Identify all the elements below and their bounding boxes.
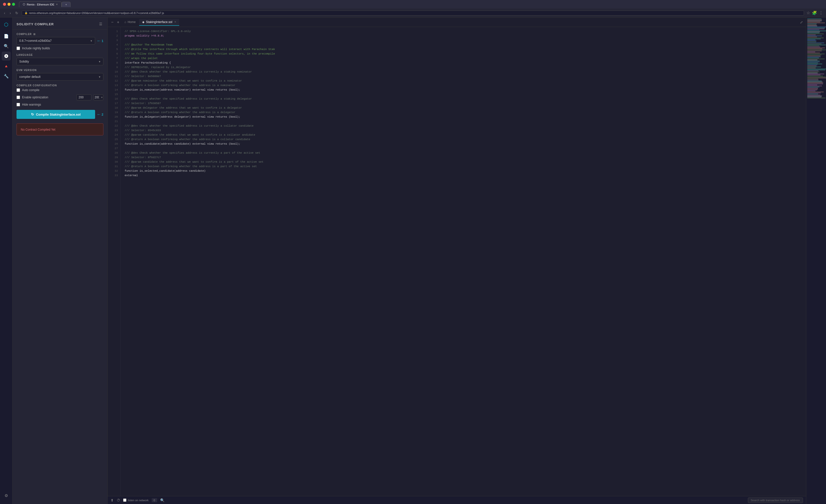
code-line: /// DEPRECATED, replaced by is_delegator	[125, 65, 802, 70]
minimap-line	[807, 76, 823, 76]
tab-staking-interface[interactable]: ◈ StakingInterface.sol ✕	[139, 19, 179, 26]
hide-warnings-checkbox[interactable]	[16, 103, 20, 106]
browser-tab-close[interactable]: ✕	[56, 3, 58, 6]
line-number: 4	[108, 43, 120, 47]
code-line: /// @return A boolean confirming whether…	[125, 83, 802, 87]
minimap-line	[807, 69, 826, 69]
forward-button[interactable]: ›	[9, 10, 12, 15]
minimap-line	[807, 24, 817, 25]
browser-tab-active[interactable]: ⬡ Remix - Ethereum IDE ✕	[19, 1, 62, 7]
browser-tab-new[interactable]: +	[62, 2, 71, 7]
annotation-2: ← 2	[97, 112, 103, 117]
search-box[interactable]: Search with transaction hash or address	[748, 498, 803, 503]
minimap	[806, 17, 826, 504]
minimap-line	[807, 85, 822, 86]
optimization-label: Enable optimization	[22, 96, 48, 99]
os-tab-bar: ⬡ Remix - Ethereum IDE ✕ +	[19, 1, 71, 7]
optimization-value-input[interactable]	[76, 94, 92, 100]
minimap-line	[807, 29, 820, 30]
zoom-in-button[interactable]: +	[115, 19, 121, 25]
minimap-line	[807, 63, 818, 63]
minimap-line	[807, 72, 820, 72]
minimap-line	[807, 34, 824, 34]
compiler-plus-icon[interactable]: ⊞	[33, 33, 36, 36]
compiler-section: COMPILER ⊞ 0.8.7+commit.e28d00a7 ▼ ← 1	[16, 33, 103, 50]
minimap-line	[807, 26, 826, 27]
minimap-line	[807, 21, 820, 22]
minimap-line	[807, 65, 818, 65]
expand-icon[interactable]: ⤢	[800, 20, 803, 24]
code-line	[125, 119, 802, 124]
code-line: /// @dev Check whether the specified add…	[125, 97, 802, 101]
minimap-line	[807, 74, 824, 74]
code-line: /// wraps the pallet	[125, 56, 802, 61]
line-number: 16	[108, 97, 120, 101]
config-label: COMPILER CONFIGURATION	[16, 84, 103, 87]
minimap-line	[807, 73, 818, 73]
minimap-line	[807, 67, 821, 67]
compile-button[interactable]: ↻ Compile StakingInterface.sol	[16, 110, 95, 119]
home-tab-label: Home	[128, 20, 136, 24]
scroll-bottom-icon[interactable]: ⏱	[117, 498, 120, 502]
language-select[interactable]: Solidity Yul	[16, 58, 103, 65]
minimap-line	[807, 30, 826, 31]
compiler-version-select[interactable]: 0.8.7+commit.e28d00a7	[16, 37, 95, 45]
line-number: 32	[108, 169, 120, 173]
compiler-icon[interactable]	[2, 52, 11, 61]
minimap-line	[807, 70, 825, 70]
sidebar-content: COMPILER ⊞ 0.8.7+commit.e28d00a7 ▼ ← 1	[12, 30, 107, 138]
file-tab-close[interactable]: ✕	[174, 20, 176, 23]
minimap-line	[807, 64, 822, 64]
minimap-line	[807, 71, 819, 71]
nightly-builds-checkbox[interactable]	[16, 47, 20, 50]
evm-select[interactable]: compiler default berlin istanbul byzanti…	[16, 73, 103, 80]
minimap-line	[807, 46, 819, 46]
editor-tabs: − + ⌂ Home ◈ StakingInterface.sol ✕ ⤢	[108, 17, 806, 27]
zoom-out-button[interactable]: −	[110, 19, 115, 25]
code-content[interactable]: // SPDX-License-Identifier: GPL-3.0-only…	[121, 27, 806, 496]
minimap-line	[807, 51, 822, 51]
back-button[interactable]: ‹	[3, 10, 6, 15]
bookmark-icon[interactable]: ☆	[807, 10, 810, 15]
optimization-checkbox[interactable]	[16, 96, 20, 99]
code-line	[125, 38, 802, 43]
refresh-button[interactable]: ↻	[14, 10, 19, 15]
lock-icon: 🔒	[24, 11, 27, 14]
settings-icon[interactable]: ⚙	[2, 491, 11, 500]
optimization-stepper[interactable]: 200	[94, 94, 103, 100]
minimap-line	[807, 48, 825, 48]
line-number: 21	[108, 119, 120, 124]
minimap-line	[807, 37, 817, 37]
sidebar-header: SOLIDITY COMPILER ☰	[12, 17, 107, 30]
sidebar: SOLIDITY COMPILER ☰ COMPILER ⊞ 0.8.7+com…	[12, 17, 108, 504]
line-numbers: 1234567891011121314151617181920212223242…	[108, 27, 121, 496]
plugin-icon[interactable]: 🔧	[2, 72, 11, 80]
minimap-line	[807, 47, 820, 47]
code-line: /// Selector: 8545c833	[125, 128, 802, 133]
config-section: COMPILER CONFIGURATION Auto compile Enab…	[16, 84, 103, 106]
nightly-builds-row: Include nightly builds	[16, 47, 103, 50]
hide-warnings-row: Hide warnings	[16, 103, 103, 106]
line-number: 10	[108, 70, 120, 74]
extensions-icon[interactable]: 🧩	[812, 10, 817, 15]
close-button[interactable]	[3, 3, 6, 6]
files-icon[interactable]: 📄	[2, 32, 11, 41]
code-line: /// @dev Check whether the specified add…	[125, 124, 802, 128]
addressbar: ‹ › ↻ 🔒 remix.ethereum.org/#optimize=fal…	[0, 8, 826, 17]
url-bar[interactable]: 🔒 remix.ethereum.org/#optimize=false&run…	[22, 10, 804, 15]
compiler-version-select-wrapper: 0.8.7+commit.e28d00a7 ▼	[16, 37, 95, 45]
line-number: 33	[108, 173, 120, 178]
maximize-button[interactable]	[12, 3, 15, 6]
deploy-icon[interactable]: 🔺	[2, 62, 11, 71]
search-icon[interactable]: 🔍	[2, 42, 11, 51]
menu-icon[interactable]: ⋮	[819, 10, 823, 15]
tab-home[interactable]: ⌂ Home	[121, 19, 139, 26]
scroll-top-icon[interactable]: ⬆	[111, 498, 114, 502]
sidebar-menu-button[interactable]: ☰	[98, 21, 103, 26]
minimap-line	[807, 68, 816, 68]
listen-network-checkbox[interactable]	[123, 499, 126, 502]
minimap-line	[807, 33, 820, 33]
search-bar-icon[interactable]: 🔍	[160, 498, 165, 502]
auto-compile-checkbox[interactable]	[16, 88, 20, 92]
minimize-button[interactable]	[7, 3, 10, 6]
